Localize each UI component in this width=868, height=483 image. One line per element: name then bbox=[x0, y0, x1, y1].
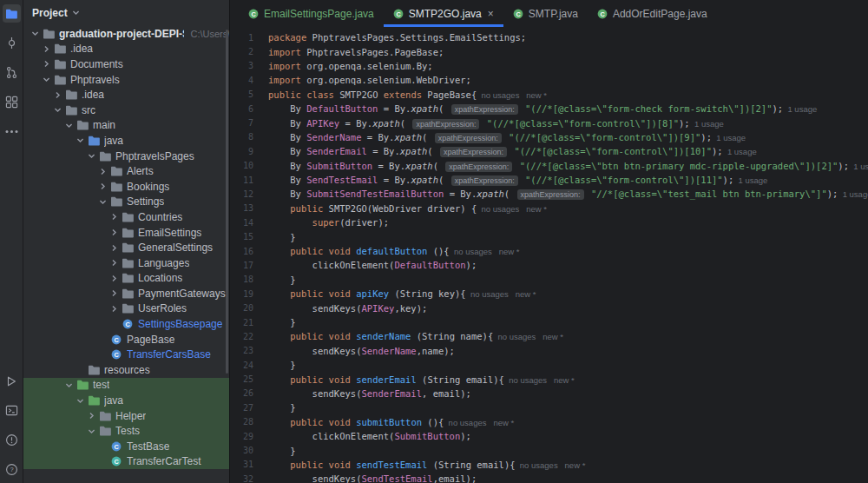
line-number[interactable]: 27 bbox=[230, 403, 268, 413]
line-number[interactable]: 14 bbox=[230, 218, 268, 228]
tree-item-settings[interactable]: Settings bbox=[23, 195, 229, 210]
line-number[interactable]: 21 bbox=[230, 318, 268, 328]
tab-smtp-java[interactable]: CSMTP.java bbox=[503, 0, 588, 27]
chevron-closed-icon[interactable] bbox=[85, 411, 97, 420]
tab-emailsettingspage-java[interactable]: CEmailSettingsPage.java bbox=[239, 0, 384, 27]
tree-item-languages[interactable]: Languages bbox=[23, 255, 229, 271]
line-number[interactable]: 13 bbox=[230, 203, 268, 213]
line-number[interactable]: 11 bbox=[230, 175, 268, 185]
usage-hint[interactable]: no usages new * bbox=[466, 289, 536, 299]
line-number[interactable]: 1 bbox=[230, 33, 268, 43]
chevron-open-icon[interactable] bbox=[51, 105, 63, 115]
line-number[interactable]: 20 bbox=[230, 303, 268, 313]
line-number[interactable]: 32 bbox=[230, 474, 268, 483]
chevron-open-icon[interactable] bbox=[62, 380, 75, 390]
line-number[interactable]: 25 bbox=[230, 374, 268, 384]
usage-hint[interactable]: 1 usage bbox=[849, 162, 868, 171]
chevron-open-icon[interactable] bbox=[74, 396, 86, 406]
tree-item-alerts[interactable]: Alerts bbox=[23, 163, 229, 179]
tool-pull-requests-icon[interactable] bbox=[3, 63, 21, 82]
tree-item-resources[interactable]: resources bbox=[23, 362, 229, 378]
tree-item-documents[interactable]: Documents bbox=[23, 56, 229, 72]
line-number[interactable]: 16 bbox=[230, 247, 268, 256]
usage-hint[interactable]: 1 usage bbox=[783, 104, 817, 114]
tool-commit-icon[interactable] bbox=[3, 34, 21, 52]
line-number[interactable]: 18 bbox=[230, 275, 268, 284]
tool-more-tools-icon[interactable] bbox=[3, 122, 21, 141]
line-number[interactable]: 19 bbox=[230, 289, 268, 299]
usage-hint[interactable]: 1 usage bbox=[733, 175, 767, 185]
chevron-closed-icon[interactable] bbox=[108, 274, 120, 283]
tree-item-pagebase[interactable]: CPageBase bbox=[23, 332, 229, 347]
tree-item-java[interactable]: java bbox=[23, 393, 229, 408]
usage-hint[interactable]: no usages new * bbox=[504, 375, 575, 385]
tool-help-icon[interactable]: ? bbox=[3, 460, 21, 479]
line-number[interactable]: 22 bbox=[230, 332, 268, 341]
usage-hint[interactable]: 1 usage bbox=[712, 133, 746, 142]
line-number[interactable]: 26 bbox=[230, 388, 268, 398]
line-number[interactable]: 17 bbox=[230, 261, 268, 270]
tool-terminal-icon[interactable] bbox=[3, 401, 21, 420]
usage-hint[interactable]: no usages new * bbox=[450, 247, 520, 256]
chevron-closed-icon[interactable] bbox=[108, 304, 120, 314]
line-number[interactable]: 31 bbox=[230, 460, 268, 469]
line-number[interactable]: 7 bbox=[230, 118, 268, 128]
tree-item-settingsbasepage[interactable]: CSettingsBasepage bbox=[23, 316, 229, 332]
usage-hint[interactable]: 1 usage bbox=[690, 119, 724, 129]
tree-item-graduation-project-depi-swt[interactable]: graduation-project-DEPI-SWTC:\Users\h bbox=[23, 26, 229, 42]
chevron-closed-icon[interactable] bbox=[108, 228, 120, 237]
chevron-open-icon[interactable] bbox=[74, 136, 86, 145]
chevron-closed-icon[interactable] bbox=[96, 182, 108, 191]
chevron-closed-icon[interactable] bbox=[40, 59, 52, 69]
line-number[interactable]: 29 bbox=[230, 432, 268, 441]
tree-item-test[interactable]: test bbox=[23, 378, 229, 394]
tab-addoreditpage-java[interactable]: CAddOrEditPage.java bbox=[588, 0, 717, 27]
line-number[interactable]: 23 bbox=[230, 346, 268, 355]
tree-item-phptravelspages[interactable]: PhptravelsPages bbox=[23, 149, 229, 164]
usage-hint[interactable]: no usages new * bbox=[516, 460, 586, 470]
line-number[interactable]: 8 bbox=[230, 132, 268, 142]
tab-close-icon[interactable]: × bbox=[488, 9, 494, 19]
tree-item-bookings[interactable]: Bookings bbox=[23, 179, 229, 195]
chevron-down-icon[interactable] bbox=[71, 5, 81, 21]
line-number[interactable]: 10 bbox=[230, 161, 268, 170]
tree-item-helper[interactable]: Helper bbox=[23, 408, 229, 424]
chevron-open-icon[interactable] bbox=[40, 75, 52, 84]
usage-hint[interactable]: no usages new * bbox=[444, 418, 514, 427]
project-panel-header[interactable]: Project bbox=[23, 0, 229, 26]
line-number[interactable]: 2 bbox=[230, 47, 268, 56]
tree-item-java[interactable]: java bbox=[23, 133, 229, 149]
tree-item-testbase[interactable]: CTestBase bbox=[23, 439, 229, 454]
usage-hint[interactable]: no usages new * bbox=[477, 90, 547, 100]
chevron-open-icon[interactable] bbox=[62, 121, 75, 130]
tool-run-icon[interactable] bbox=[3, 372, 21, 390]
chevron-open-icon[interactable] bbox=[96, 197, 108, 207]
line-number[interactable]: 24 bbox=[230, 361, 268, 370]
line-number[interactable]: 4 bbox=[230, 76, 268, 85]
tree-item-userroles[interactable]: UserRoles bbox=[23, 301, 229, 317]
project-tree-scrollbar[interactable] bbox=[226, 30, 228, 374]
tree-item-main[interactable]: main bbox=[23, 118, 229, 134]
chevron-open-icon[interactable] bbox=[85, 151, 97, 161]
tree-item-tests[interactable]: Tests bbox=[23, 423, 229, 439]
chevron-closed-icon[interactable] bbox=[108, 212, 120, 222]
tree-item-countries[interactable]: Countries bbox=[23, 209, 229, 225]
usage-hint[interactable]: 1 usage bbox=[838, 189, 868, 199]
tree-item-locations[interactable]: Locations bbox=[23, 271, 229, 287]
tree-item--idea[interactable]: .idea bbox=[23, 87, 229, 103]
chevron-closed-icon[interactable] bbox=[51, 90, 63, 100]
tree-item-generalsettings[interactable]: GeneralSettings bbox=[23, 240, 229, 255]
tree-item--idea[interactable]: .idea bbox=[23, 42, 229, 57]
line-number[interactable]: 28 bbox=[230, 417, 268, 427]
tool-problems-icon[interactable] bbox=[3, 431, 21, 449]
line-number[interactable]: 3 bbox=[230, 61, 268, 70]
chevron-open-icon[interactable] bbox=[29, 29, 41, 38]
line-number[interactable]: 9 bbox=[230, 147, 268, 156]
tree-item-transfercartest[interactable]: CTransferCarTest bbox=[23, 454, 229, 470]
usage-hint[interactable]: no usages new * bbox=[477, 204, 547, 214]
tree-item-phptravels[interactable]: Phptravels bbox=[23, 72, 229, 88]
line-number[interactable]: 5 bbox=[230, 89, 268, 99]
code-editor[interactable]: 1package PhptravelsPages.Settings.EmailS… bbox=[230, 27, 868, 483]
line-number[interactable]: 6 bbox=[230, 104, 268, 114]
chevron-closed-icon[interactable] bbox=[40, 44, 52, 54]
